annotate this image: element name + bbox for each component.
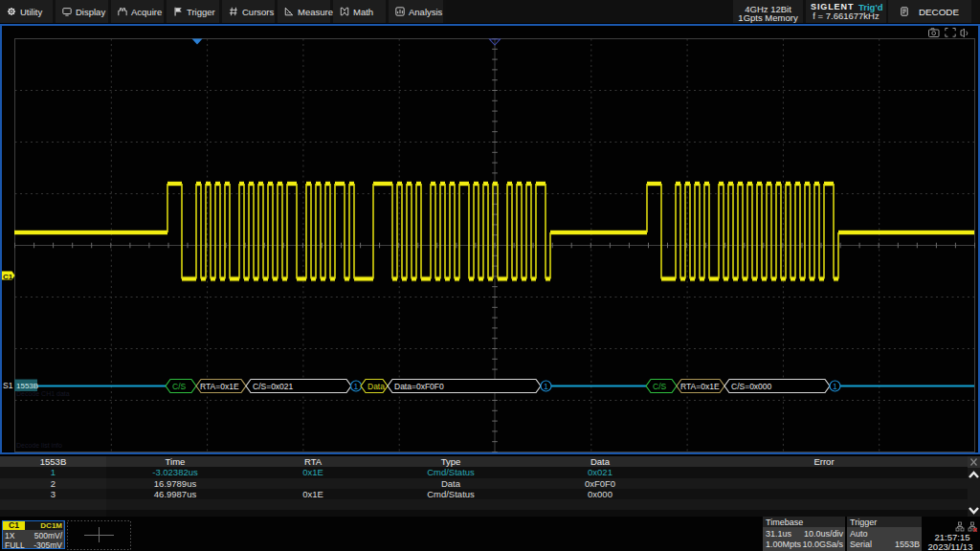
svg-text:Decode CH1 data: Decode CH1 data [16,390,70,397]
svg-text:1: 1 [544,382,548,391]
svg-text:C/S: C/S [653,382,667,391]
svg-text:RTA=0x1E: RTA=0x1E [680,382,720,391]
svg-text:RTA=0x1E: RTA=0x1E [200,382,239,391]
svg-text:C1: C1 [3,273,13,281]
svg-text:Data=0xF0F0: Data=0xF0F0 [394,382,444,391]
svg-text:1: 1 [354,382,359,391]
svg-text:1553B: 1553B [16,382,38,390]
svg-text:C/S=0x000: C/S=0x000 [731,382,772,391]
svg-text:C/S: C/S [172,382,187,391]
svg-text:S1: S1 [3,381,13,390]
svg-text:C/S=0x021: C/S=0x021 [253,382,294,391]
svg-text:Data: Data [368,382,385,391]
svg-text:Decode list info: Decode list info [16,442,62,449]
svg-text:1: 1 [833,382,837,391]
svg-text:x: x [973,525,978,532]
